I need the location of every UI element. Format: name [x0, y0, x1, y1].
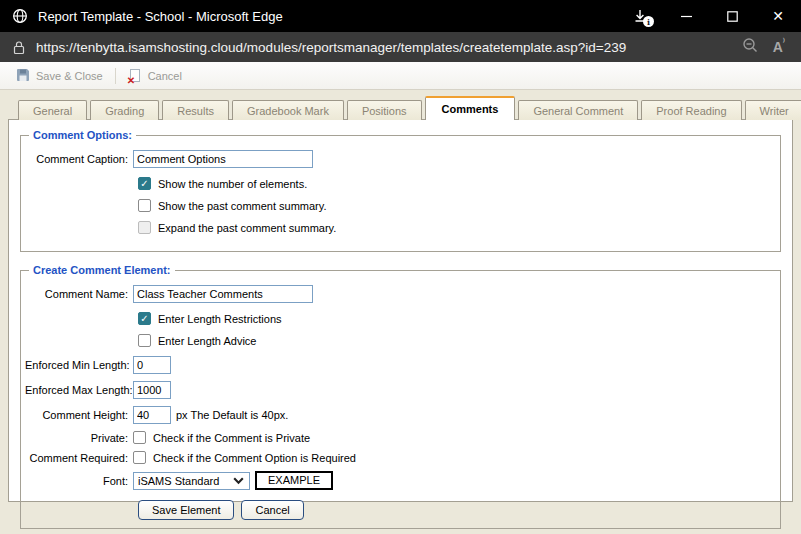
font-select-value: iSAMS Standard — [138, 475, 219, 487]
required-checkbox[interactable] — [133, 451, 146, 464]
tab-comments[interactable]: Comments — [425, 96, 516, 120]
toolbar-cancel-button[interactable]: ✕ Cancel — [120, 66, 190, 86]
length-advice-row: Enter Length Advice — [138, 334, 776, 347]
required-check-label: Check if the Comment Option is Required — [153, 452, 356, 464]
show-elements-row: ✓ Show the number of elements. — [138, 177, 776, 190]
max-length-input[interactable] — [133, 381, 171, 399]
comment-height-input[interactable] — [133, 406, 171, 424]
lock-icon[interactable] — [12, 40, 26, 55]
comment-caption-input[interactable] — [133, 150, 313, 168]
font-select[interactable]: iSAMS Standard — [133, 472, 250, 490]
browser-window: Report Template - School - Microsoft Edg… — [0, 0, 801, 534]
save-element-button[interactable]: Save Element — [138, 500, 234, 520]
length-restrictions-checkbox[interactable]: ✓ — [138, 312, 151, 325]
show-summary-label: Show the past comment summary. — [158, 200, 327, 212]
tab-results[interactable]: Results — [162, 100, 229, 120]
form-actions: Save Element Cancel — [138, 500, 776, 520]
toolbar-cancel-label: Cancel — [148, 70, 182, 82]
length-restrictions-row: ✓ Enter Length Restrictions — [138, 312, 776, 325]
expand-summary-label: Expand the past comment summary. — [158, 222, 336, 234]
comment-options-fieldset: Comment Options: Comment Caption: ✓ Show… — [20, 129, 781, 252]
tab-general-comment[interactable]: General Comment — [518, 100, 638, 120]
read-aloud-icon[interactable]: A⁾ — [773, 39, 785, 55]
expand-summary-checkbox[interactable] — [138, 221, 151, 234]
tab-grading[interactable]: Grading — [90, 100, 159, 120]
length-restrictions-label: Enter Length Restrictions — [158, 313, 282, 325]
comment-name-label: Comment Name: — [25, 288, 133, 300]
close-button[interactable]: ✕ — [755, 0, 801, 32]
form-cancel-button[interactable]: Cancel — [241, 500, 303, 520]
url-text[interactable]: https://tenbytta.isamshosting.cloud/modu… — [36, 40, 726, 55]
comment-height-note: px The Default is 40px. — [176, 409, 288, 421]
show-summary-checkbox[interactable] — [138, 199, 151, 212]
min-length-input[interactable] — [133, 356, 171, 374]
maximize-button[interactable] — [709, 0, 755, 32]
comment-name-input[interactable] — [133, 285, 313, 303]
content-panel: Comment Options: Comment Caption: ✓ Show… — [8, 119, 793, 502]
cancel-icon: ✕ — [128, 69, 142, 83]
max-length-label: Enforced Max Length: — [25, 384, 133, 396]
private-label: Private: — [25, 432, 133, 444]
tab-strip: General Grading Results Gradebook Mark P… — [8, 96, 793, 120]
length-advice-checkbox[interactable] — [138, 334, 151, 347]
private-check-label: Check if the Comment is Private — [153, 432, 310, 444]
tab-gradebook-mark[interactable]: Gradebook Mark — [232, 100, 344, 120]
show-elements-label: Show the number of elements. — [158, 178, 307, 190]
comment-options-legend: Comment Options: — [29, 129, 136, 141]
tab-general[interactable]: General — [18, 100, 87, 120]
page-body: General Grading Results Gradebook Mark P… — [0, 90, 801, 534]
save-close-label: Save & Close — [36, 70, 103, 82]
tab-proof-reading[interactable]: Proof Reading — [641, 100, 741, 120]
save-icon — [16, 68, 30, 84]
chevron-down-icon — [233, 475, 244, 487]
create-element-legend: Create Comment Element: — [29, 264, 175, 276]
create-element-fieldset: Create Comment Element: Comment Name: ✓ … — [20, 264, 781, 529]
comment-height-label: Comment Height: — [25, 409, 133, 421]
save-close-button[interactable]: Save & Close — [8, 65, 111, 87]
zoom-out-icon[interactable] — [742, 37, 759, 58]
expand-summary-row: Expand the past comment summary. — [138, 221, 776, 234]
app-toolbar: Save & Close ✕ Cancel — [0, 62, 801, 90]
tab-positions[interactable]: Positions — [347, 100, 422, 120]
title-bar: Report Template - School - Microsoft Edg… — [0, 0, 801, 32]
window-title: Report Template - School - Microsoft Edg… — [38, 9, 617, 24]
show-elements-checkbox[interactable]: ✓ — [138, 177, 151, 190]
download-info-badge: i — [643, 16, 654, 27]
window-controls: i ✕ — [617, 0, 801, 32]
comment-caption-label: Comment Caption: — [25, 153, 133, 165]
font-label: Font: — [25, 475, 133, 487]
tab-writer[interactable]: Writer — [745, 100, 801, 120]
font-example-preview: EXAMPLE — [255, 471, 333, 490]
download-button[interactable]: i — [617, 0, 663, 32]
min-length-label: Enforced Min Length: — [25, 359, 133, 371]
toolbar-separator — [115, 68, 116, 84]
minimize-button[interactable] — [663, 0, 709, 32]
required-label: Comment Required: — [25, 452, 133, 464]
private-checkbox[interactable] — [133, 431, 146, 444]
show-summary-row: Show the past comment summary. — [138, 199, 776, 212]
globe-icon — [12, 8, 28, 24]
length-advice-label: Enter Length Advice — [158, 335, 256, 347]
address-bar: https://tenbytta.isamshosting.cloud/modu… — [0, 32, 801, 62]
